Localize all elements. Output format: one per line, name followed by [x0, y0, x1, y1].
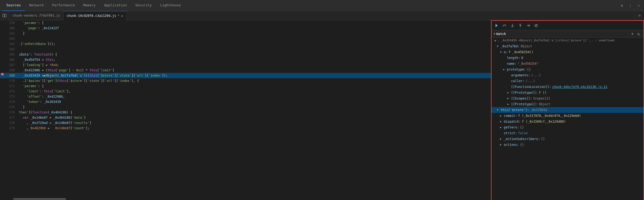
- tree-item-scopes[interactable]: ▶ [[Scopes]] : Scopes[2]: [492, 96, 643, 101]
- code-line-168: 168 _0x422986 = (this['page'] - 0x1) * t…: [0, 68, 491, 73]
- step-into-btn[interactable]: [510, 23, 515, 28]
- code-line-162: 162: [0, 36, 491, 41]
- code-line-171: 171 'params': {: [0, 83, 491, 89]
- code-panel[interactable]: 159 'params': { 160 'page': _0x12422f 16…: [0, 20, 491, 200]
- watch-toggle-arrow[interactable]: ▼: [494, 32, 495, 35]
- code-line-173: 173 'offset': _0x422986,: [0, 94, 491, 99]
- tab-lighthouse[interactable]: Lighthouse: [156, 0, 185, 11]
- watch-refresh-btn[interactable]: ↻: [636, 31, 641, 37]
- watch-section[interactable]: ▶ , _0x263439 =Object(_0x2fa7bd['a'])(th…: [492, 38, 643, 200]
- breakpoint-169: [1, 73, 4, 76]
- tree-item-0x2fa7bd[interactable]: ▼ _0x2fa7bd : Object: [492, 43, 643, 49]
- watch-header: ▼ Watch + ↻: [492, 30, 643, 38]
- code-line-165: 165 iData': function() {: [0, 52, 491, 57]
- tree-item-arguments: ▶ arguments : (...): [492, 72, 643, 78]
- tree-item-name: ▶ name : "_0x456254": [492, 61, 643, 67]
- tree-item-prototype[interactable]: ▶ prototype : {}: [492, 67, 643, 72]
- step-over-btn[interactable]: [502, 23, 507, 28]
- tree-item-function-location: ▶ [[FunctionLocation]] : chunk-4dec7ef0.…: [492, 84, 643, 90]
- code-line-161: 161 }: [0, 31, 491, 36]
- tab-network[interactable]: Network: [25, 0, 48, 11]
- watch-entry[interactable]: ▶ , _0x263439 =Object(_0x2fa7bd['a'])(th…: [492, 38, 643, 43]
- close-icon[interactable]: ✕: [636, 2, 642, 9]
- tree-item-getters[interactable]: ▶ getters : {}: [492, 124, 643, 130]
- code-line-166: 166 _0xd5d754 = this;: [0, 57, 491, 62]
- step-btn[interactable]: [525, 23, 531, 28]
- split-editor-btn[interactable]: ⊡: [635, 11, 644, 20]
- modified-indicator: *: [118, 14, 119, 17]
- tab-bar-actions: ⚙ ⋮ ✕: [619, 2, 642, 9]
- file-tab-vendors[interactable]: chunk-vendors.77daf991.js: [9, 11, 64, 20]
- svg-rect-0: [3, 14, 4, 17]
- watch-actions: + ↻: [630, 31, 641, 37]
- code-scrollbar[interactable]: [0, 198, 491, 200]
- tree-item-store[interactable]: ▼ this['$store'] : _0x179d3a: [492, 107, 643, 113]
- code-line-167: 167 ['loading'] = !0x0;: [0, 62, 491, 68]
- tab-performance[interactable]: Performance: [48, 0, 79, 11]
- file-tabs-bar: chunk-vendors.77daf991.js chunk-19c920f8…: [0, 11, 644, 20]
- resume-btn[interactable]: [494, 23, 499, 28]
- code-line-175: 175 }: [0, 104, 491, 110]
- main-tab-bar: Sources Network Performance Memory Appli…: [0, 0, 644, 11]
- step-out-btn[interactable]: [517, 23, 523, 28]
- debug-panel: ▼ Watch + ↻ ▶ , _0x263439 =Object(_0x2fa…: [491, 20, 644, 200]
- code-line-177: 177 var _0x148e87 = _0x464186['data']: [0, 115, 491, 120]
- settings-icon[interactable]: ⚙: [619, 2, 625, 9]
- watch-add-btn[interactable]: +: [630, 31, 635, 37]
- tree-item-proto-obj[interactable]: ▶ [[Prototype]] : Object: [492, 101, 643, 107]
- tree-item-action-subscribers[interactable]: ▶ _actionSubscribers : []: [492, 136, 643, 142]
- tree-item-a[interactable]: ▼ a : f _0x456254(): [492, 49, 643, 55]
- code-line-172: 172 'limit': this['limit'],: [0, 89, 491, 94]
- code-line-176: 176 then'](function(_0x464186) {: [0, 110, 491, 115]
- tree-item-proto-f[interactable]: ▶ [[Prototype]] : f (): [492, 90, 643, 96]
- code-content: 159 'params': { 160 'page': _0x12422f 16…: [0, 20, 491, 131]
- tab-application[interactable]: Application: [100, 0, 131, 11]
- code-line-174: 174 'token': _0x263439: [0, 99, 491, 104]
- svg-line-11: [535, 24, 537, 27]
- debug-toolbar: [492, 21, 643, 30]
- code-line-179: 179 , 0x4829b0 = 0x148e87['count'];: [0, 126, 491, 131]
- tree-item-dispatch[interactable]: ▶ dispatch : f (_0x1509cf,_0x129d88): [492, 119, 643, 124]
- code-line-178: 178 , _0x2f29ad = _0x148e87['results']: [0, 120, 491, 126]
- more-icon[interactable]: ⋮: [627, 2, 633, 9]
- tree-item-strict: ▶ strict : false: [492, 130, 643, 136]
- code-line-170: 170 .['$axios']['get'](this['$store']['s…: [0, 78, 491, 83]
- svg-rect-1: [5, 14, 6, 17]
- tree-item-commit[interactable]: ▶ commit : f (_0x3178f8,_0x4dc974,_0x229…: [492, 113, 643, 119]
- code-line-159: 159 'params': {: [0, 20, 491, 26]
- tree-item-length: ▶ length : 0: [492, 55, 643, 61]
- file-tab-chunk[interactable]: chunk-19c920f8.c3a1129d.js * ✕: [64, 11, 127, 20]
- tree-item-caller: ▶ caller : (...): [492, 78, 643, 84]
- tree-item-actions[interactable]: ▶ actions : {}: [492, 142, 643, 148]
- tab-sources[interactable]: Sources: [2, 0, 25, 11]
- tab-memory[interactable]: Memory: [79, 0, 100, 11]
- code-line-164: 164: [0, 47, 491, 52]
- svg-marker-2: [496, 24, 498, 27]
- code-line-163: 163 .['onFetchData']();: [0, 41, 491, 47]
- main-layout: 159 'params': { 160 'page': _0x12422f 16…: [0, 20, 644, 200]
- scrollbar-thumb: [13, 198, 66, 200]
- file-tab-close[interactable]: ✕: [121, 14, 123, 18]
- code-line-169: 169 _0x263439 =▶Object(_0x2fa7bd['a'])(t…: [0, 73, 491, 78]
- sidebar-toggle[interactable]: [0, 11, 9, 20]
- tab-security[interactable]: Security: [131, 0, 156, 11]
- deactivate-btn[interactable]: [533, 23, 539, 28]
- code-line-160: 160 'page': _0x12422f: [0, 26, 491, 31]
